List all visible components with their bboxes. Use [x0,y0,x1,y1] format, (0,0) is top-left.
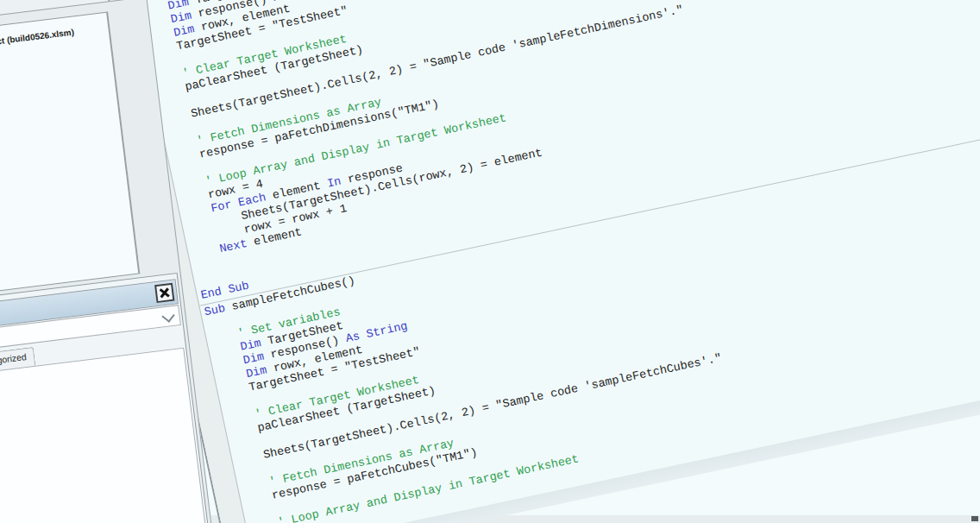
project-tree-root-item[interactable]: VBAProject (build0526.xlsm) [0,27,74,51]
resize-grip[interactable] [971,516,978,521]
properties-grid[interactable] [0,348,213,523]
vbe-hero-screenshot: Dim TargetSheet Dim response() As String… [0,0,980,523]
chevron-down-icon [161,309,174,322]
close-button[interactable] [154,283,174,303]
